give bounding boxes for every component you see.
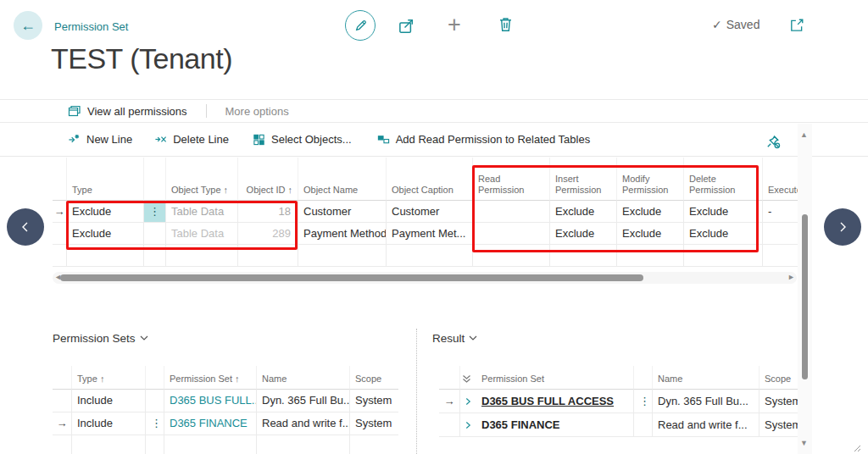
column-header-modify-permission[interactable]: Modify Permission (617, 158, 684, 201)
cell-scope[interactable]: System (350, 412, 398, 435)
column-header-type[interactable]: Type ↑ (72, 366, 146, 390)
column-header-name[interactable]: Name (257, 366, 350, 390)
view-all-permissions-button[interactable]: View all permissions (68, 104, 187, 118)
cell-name[interactable]: Dyn. 365 Full Bu... (653, 390, 760, 413)
cell-object-type[interactable]: Table Data (166, 201, 238, 223)
row-options-button[interactable]: ⋮ (144, 201, 166, 223)
empty-cell[interactable] (387, 245, 473, 267)
column-header-read-permission[interactable]: Read Permission (473, 158, 550, 201)
popout-button[interactable] (789, 18, 804, 33)
cell-object-id[interactable]: 289 (238, 223, 298, 245)
cell-delete-permission[interactable]: Exclude (684, 201, 763, 223)
scroll-down-icon[interactable]: ▼ (800, 439, 808, 447)
resize-grip[interactable] (851, 440, 861, 454)
row-options-button[interactable]: ⋮ (146, 412, 164, 435)
empty-cell[interactable] (350, 435, 398, 454)
column-header-execute-permission[interactable]: Execute (763, 158, 800, 201)
add-button[interactable]: + (448, 12, 461, 37)
more-options-button[interactable]: More options (225, 105, 289, 118)
cell-object-name[interactable]: Payment Method (298, 223, 387, 245)
permission-sets-panel-title[interactable]: Permission Sets (53, 332, 148, 345)
result-panel-title[interactable]: Result (432, 332, 477, 345)
cell-read-permission[interactable] (473, 223, 550, 245)
column-header-object-name[interactable]: Object Name (298, 158, 387, 201)
back-button[interactable]: ← (14, 11, 42, 40)
cell-type[interactable]: Exclude (67, 201, 144, 223)
select-objects-button[interactable]: Select Objects... (253, 133, 352, 146)
cell-permission-set[interactable]: D365 BUS FULL ACCESS (476, 390, 634, 413)
permission-set-value[interactable]: D365 FINANCE (481, 418, 559, 431)
column-header-permission-set[interactable]: Permission Set ↑ (164, 366, 257, 390)
cell-modify-permission[interactable]: Exclude (617, 201, 684, 223)
empty-cell[interactable] (298, 245, 387, 267)
expand-row-button[interactable] (460, 390, 476, 413)
empty-cell[interactable] (617, 245, 684, 267)
row-options-button[interactable]: ⋮ (634, 390, 653, 413)
horizontal-scrollbar[interactable]: ◄ ► (53, 272, 797, 284)
empty-cell[interactable] (473, 245, 550, 267)
cell-type[interactable]: Exclude (67, 223, 144, 245)
cell-scope[interactable]: System (350, 390, 398, 412)
new-line-button[interactable]: New Line (68, 133, 132, 146)
cell-execute-permission[interactable]: - (763, 201, 800, 223)
empty-cell[interactable] (238, 245, 298, 267)
collapse-all-button[interactable] (460, 366, 476, 390)
column-header-insert-permission[interactable]: Insert Permission (550, 158, 617, 201)
cell-object-type[interactable]: Table Data (166, 223, 238, 245)
cell-name[interactable]: Read and write f... (653, 413, 760, 437)
column-header-object-caption[interactable]: Object Caption (387, 158, 473, 201)
column-header-object-id[interactable]: Object ID ↑ (238, 158, 298, 201)
cell-object-caption[interactable]: Payment Met... (387, 223, 473, 245)
ellipsis-icon: ⋮ (639, 395, 650, 407)
column-header-name[interactable]: Name (653, 366, 760, 390)
share-button[interactable] (398, 17, 415, 34)
add-read-permission-button[interactable]: Add Read Permission to Related Tables (377, 133, 591, 146)
column-header-permission-set[interactable]: Permission Set (476, 366, 634, 390)
cell-modify-permission[interactable]: Exclude (617, 223, 684, 245)
empty-cell[interactable] (164, 435, 257, 454)
empty-cell[interactable] (684, 245, 763, 267)
cell-scope[interactable]: System (760, 413, 800, 437)
vertical-scrollbar[interactable]: ▲ ▼ (798, 124, 812, 454)
cell-object-name[interactable]: Customer (298, 201, 387, 223)
cell-type[interactable]: Include (72, 390, 146, 412)
column-header-type[interactable]: Type (67, 158, 144, 201)
expand-row-button[interactable] (460, 413, 476, 437)
cell-permission-set-link[interactable]: D365 BUS FULL... (164, 390, 257, 412)
cell-scope[interactable]: System (760, 390, 800, 413)
empty-cell[interactable] (763, 245, 800, 267)
next-record-button[interactable] (824, 208, 861, 246)
cell-object-caption[interactable]: Customer (387, 201, 473, 223)
cell-insert-permission[interactable]: Exclude (550, 223, 617, 245)
column-header-scope[interactable]: Scope (350, 366, 398, 390)
empty-cell[interactable] (67, 245, 144, 267)
cell-permission-set[interactable]: D365 FINANCE (476, 413, 634, 437)
cell-read-permission[interactable] (473, 201, 550, 223)
column-header-delete-permission[interactable]: Delete Permission (684, 158, 763, 201)
cell-name[interactable]: Dyn. 365 Full Bu... (257, 390, 350, 412)
vertical-scrollbar-thumb[interactable] (802, 214, 808, 379)
empty-cell[interactable] (72, 435, 146, 454)
scroll-right-icon[interactable]: ► (787, 273, 795, 281)
cell-object-id[interactable]: 18 (238, 201, 298, 223)
row-indicator: → (439, 390, 460, 413)
cell-execute-permission[interactable] (763, 223, 800, 245)
cell-type[interactable]: Include (72, 412, 146, 435)
unpin-button[interactable] (765, 134, 781, 152)
scroll-up-icon[interactable]: ▲ (800, 130, 808, 139)
horizontal-scrollbar-thumb[interactable] (60, 274, 643, 281)
cell-delete-permission[interactable]: Exclude (684, 223, 763, 245)
cell-insert-permission[interactable]: Exclude (550, 201, 617, 223)
empty-cell[interactable] (166, 245, 238, 267)
delete-line-button[interactable]: Delete Line (154, 133, 229, 146)
edit-button[interactable] (345, 10, 376, 41)
cell-name[interactable]: Read and write f... (257, 412, 350, 435)
cell-permission-set-link[interactable]: D365 FINANCE (164, 412, 257, 435)
permission-set-value[interactable]: D365 BUS FULL ACCESS (481, 395, 614, 407)
empty-cell[interactable] (550, 245, 617, 267)
delete-button[interactable] (498, 16, 514, 32)
empty-cell[interactable] (257, 435, 350, 454)
column-header-scope[interactable]: Scope (760, 366, 800, 390)
previous-record-button[interactable] (7, 208, 44, 246)
column-header-object-type[interactable]: Object Type ↑ (166, 158, 238, 201)
